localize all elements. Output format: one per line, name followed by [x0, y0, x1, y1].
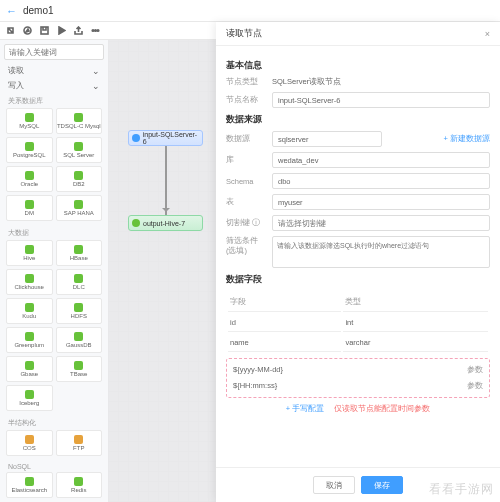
node-dot-icon: [132, 219, 140, 227]
edge-arrow-icon: [165, 146, 167, 215]
fields-table: 字段 类型 idintnamevarchar: [226, 291, 490, 354]
palette-node-label: Kudu: [22, 313, 36, 319]
palette-node-label: TDSQL-C Mysql: [57, 123, 101, 129]
palette-node[interactable]: Hive: [6, 240, 53, 266]
compass-icon[interactable]: [23, 26, 32, 35]
cell-type: 参数: [467, 365, 483, 375]
search-input[interactable]: [4, 44, 104, 60]
table-row[interactable]: namevarchar: [228, 334, 488, 352]
link-new-datasource[interactable]: + 新建数据源: [444, 134, 490, 144]
palette-node-label: Gbase: [20, 371, 38, 377]
palette-node-label: SQL Server: [63, 152, 94, 158]
palette-node[interactable]: HBase: [56, 240, 103, 266]
header: ← demo1: [0, 0, 500, 22]
palette-node[interactable]: FTP: [56, 430, 103, 456]
palette-node[interactable]: Iceberg: [6, 385, 53, 411]
table-row[interactable]: idint: [228, 314, 488, 332]
node-type-icon: [25, 274, 34, 283]
palette-node[interactable]: DLC: [56, 269, 103, 295]
sidebar: 读取 写入 关系数据库MySQLTDSQL-C MysqlPostgreSQLS…: [0, 40, 108, 502]
play-icon[interactable]: [57, 26, 66, 35]
label-schema: Schema: [226, 177, 266, 186]
palette-node[interactable]: DM: [6, 195, 53, 221]
select-database[interactable]: [272, 152, 490, 168]
input-node-name[interactable]: [272, 92, 490, 108]
cell-field: ${yyyy-MM-dd}: [233, 365, 467, 375]
node-type-icon: [25, 142, 34, 151]
palette-node[interactable]: Greenplum: [6, 327, 53, 353]
accordion-read[interactable]: 读取: [4, 63, 104, 78]
label-database: 库: [226, 155, 266, 165]
palette-node[interactable]: Clickhouse: [6, 269, 53, 295]
input-splitkey[interactable]: [272, 215, 490, 231]
palette-node[interactable]: TDSQL-C Mysql: [56, 108, 103, 134]
more-icon[interactable]: [91, 26, 100, 35]
cell-type: 参数: [467, 381, 483, 391]
node-type-icon: [25, 113, 34, 122]
node-type-icon: [25, 390, 34, 399]
palette-node-label: Oracle: [20, 181, 38, 187]
node-type-icon: [25, 171, 34, 180]
param-row[interactable]: ${yyyy-MM-dd}参数: [227, 362, 489, 378]
select-schema[interactable]: [272, 173, 490, 189]
palette-node[interactable]: Gbase: [6, 356, 53, 382]
palette-node[interactable]: Elasticsearch: [6, 472, 53, 498]
palette-node-label: TBase: [70, 371, 87, 377]
config-panel: 读取节点 × 基本信息 节点类型 SQLServer读取节点 节点名称 数据来源…: [216, 22, 500, 502]
node-type-icon: [25, 435, 34, 444]
save-button[interactable]: 保存: [361, 476, 403, 494]
palette-node-label: Redis: [71, 487, 86, 493]
palette-node-label: Elasticsearch: [11, 487, 47, 493]
palette-node-label: MySQL: [19, 123, 39, 129]
palette-node[interactable]: HDFS: [56, 298, 103, 324]
palette-node-label: Greenplum: [14, 342, 44, 348]
page-title: demo1: [23, 5, 54, 16]
node-type-icon: [74, 245, 83, 254]
palette-node-label: HDFS: [71, 313, 87, 319]
palette-node[interactable]: MySQL: [6, 108, 53, 134]
node-output-hive[interactable]: output-Hive-7: [128, 215, 203, 231]
palette-node-label: Clickhouse: [15, 284, 44, 290]
palette-node[interactable]: Kudu: [6, 298, 53, 324]
link-restore[interactable]: 仅读取节点能配置时间参数: [334, 404, 430, 414]
share-icon[interactable]: [74, 26, 83, 35]
palette-node[interactable]: Oracle: [6, 166, 53, 192]
palette-node[interactable]: SQL Server: [56, 137, 103, 163]
palette-node-label: DB2: [73, 181, 85, 187]
back-icon[interactable]: ←: [6, 5, 17, 17]
palette-node[interactable]: GaussDB: [56, 327, 103, 353]
nav-icon[interactable]: [6, 26, 15, 35]
palette-node[interactable]: TBase: [56, 356, 103, 382]
palette-node-label: Hive: [23, 255, 35, 261]
close-icon[interactable]: ×: [485, 29, 490, 39]
param-row[interactable]: ${HH:mm:ss}参数: [227, 378, 489, 394]
label-table: 表: [226, 197, 266, 207]
palette-node[interactable]: COS: [6, 430, 53, 456]
palette-node[interactable]: SAP HANA: [56, 195, 103, 221]
save-icon[interactable]: [40, 26, 49, 35]
node-type-icon: [25, 477, 34, 486]
palette-node[interactable]: PostgreSQL: [6, 137, 53, 163]
group-label: 关系数据库: [4, 93, 104, 108]
cancel-button[interactable]: 取消: [313, 476, 355, 494]
section-basic: 基本信息: [226, 60, 490, 72]
svg-point-4: [97, 30, 99, 32]
param-box: ${yyyy-MM-dd}参数${HH:mm:ss}参数: [226, 358, 490, 398]
node-type-icon: [25, 200, 34, 209]
accordion-write[interactable]: 写入: [4, 78, 104, 93]
col-type: 类型: [343, 293, 488, 312]
select-datasource[interactable]: [272, 131, 382, 147]
palette-node[interactable]: DB2: [56, 166, 103, 192]
node-type-icon: [74, 274, 83, 283]
link-add-field[interactable]: + 手写配置: [286, 404, 324, 414]
node-input-sqlserver[interactable]: input-SQLServer-6: [128, 130, 203, 146]
node-type-icon: [25, 245, 34, 254]
select-table[interactable]: [272, 194, 490, 210]
textarea-condition[interactable]: [272, 236, 490, 268]
palette-node[interactable]: Redis: [56, 472, 103, 498]
value-node-type: SQLServer读取节点: [272, 77, 341, 87]
node-type-icon: [74, 303, 83, 312]
watermark: 看看手游网: [429, 481, 494, 498]
label-condition: 筛选条件(选填): [226, 236, 266, 256]
label-datasource: 数据源: [226, 134, 266, 144]
